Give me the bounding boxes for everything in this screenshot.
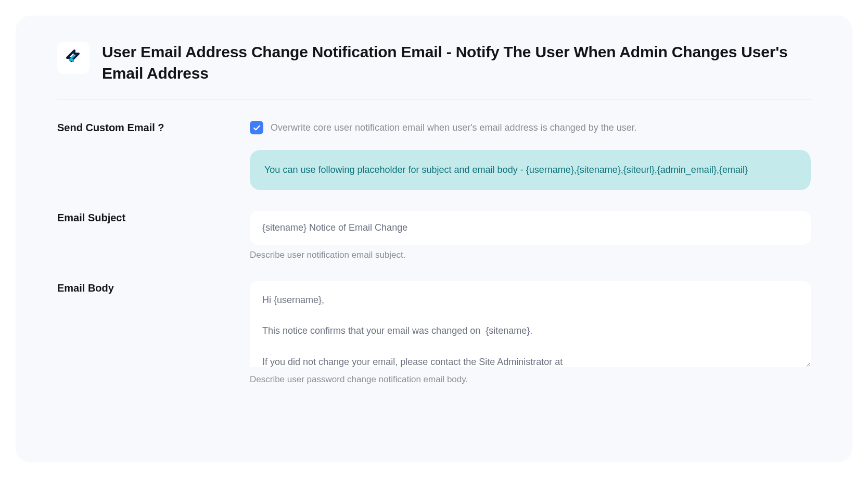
check-icon [253,124,261,132]
row-email-subject: Email Subject Describe user notification… [57,211,811,260]
checkbox-row: Overwrite core user notification email w… [250,121,811,134]
app-logo-icon [64,48,83,67]
settings-card: User Email Address Change Notification E… [16,16,852,462]
email-subject-input[interactable] [250,211,811,245]
row-send-custom-email: Send Custom Email ? Overwrite core user … [57,121,811,190]
row-email-body: Email Body Describe user password change… [57,281,811,385]
email-subject-helper: Describe user notification email subject… [250,250,811,260]
header: User Email Address Change Notification E… [57,42,811,100]
logo-box [57,42,90,74]
label-send-custom-email: Send Custom Email ? [57,122,250,134]
send-custom-email-checkbox-label: Overwrite core user notification email w… [271,122,637,133]
send-custom-email-checkbox[interactable] [250,121,263,134]
page-title: User Email Address Change Notification E… [102,42,811,84]
email-body-helper: Describe user password change notificati… [250,374,811,385]
label-email-body: Email Body [57,282,250,294]
placeholder-info-box: You can use following placeholder for su… [250,150,811,190]
label-email-subject: Email Subject [57,212,250,224]
email-body-textarea[interactable] [250,281,811,367]
